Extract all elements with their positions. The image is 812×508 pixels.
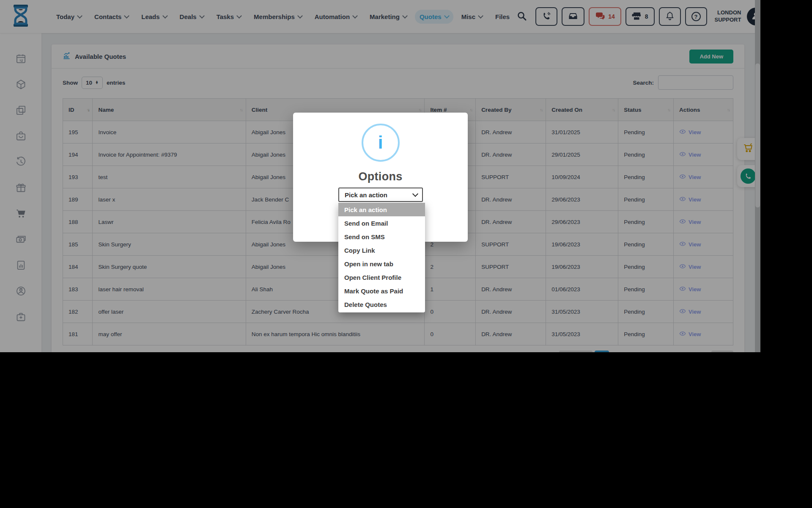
action-select[interactable]: Pick an action	[338, 188, 423, 202]
app-window: Today Contacts Leads Deals	[0, 0, 760, 352]
action-dropdown: Pick an action Send on Email Send on SMS…	[338, 203, 425, 312]
dropdown-option[interactable]: Open Client Profile	[338, 271, 425, 284]
info-icon: i	[362, 124, 400, 162]
dropdown-option[interactable]: Send on SMS	[338, 230, 425, 243]
dropdown-option[interactable]: Copy Link	[338, 243, 425, 257]
dropdown-option[interactable]: Delete Quotes	[338, 298, 425, 311]
dropdown-option[interactable]: Mark Quote as Paid	[338, 284, 425, 298]
dropdown-option[interactable]: Send on Email	[338, 216, 425, 230]
modal-title: Options	[293, 170, 468, 183]
action-select-value: Pick an action	[345, 191, 387, 199]
chevron-down-icon	[412, 191, 418, 197]
dropdown-option[interactable]: Pick an action	[338, 203, 425, 216]
dropdown-option[interactable]: Open in new tab	[338, 257, 425, 271]
